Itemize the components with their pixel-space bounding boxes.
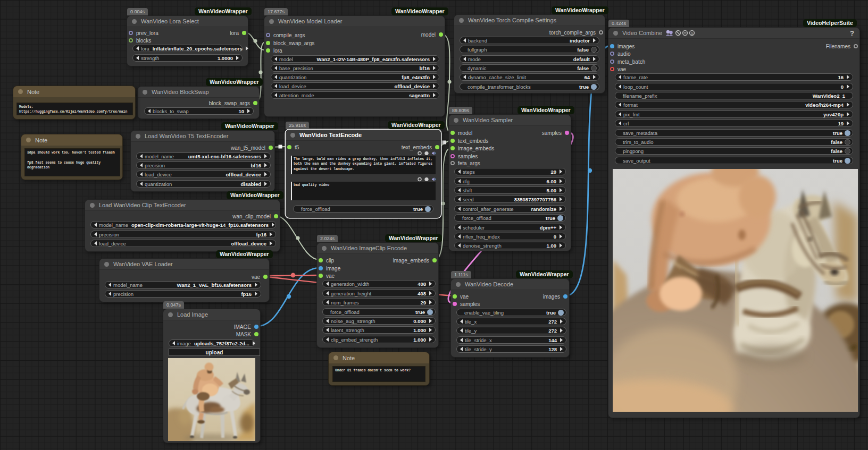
svg-text:S: S xyxy=(691,31,694,35)
